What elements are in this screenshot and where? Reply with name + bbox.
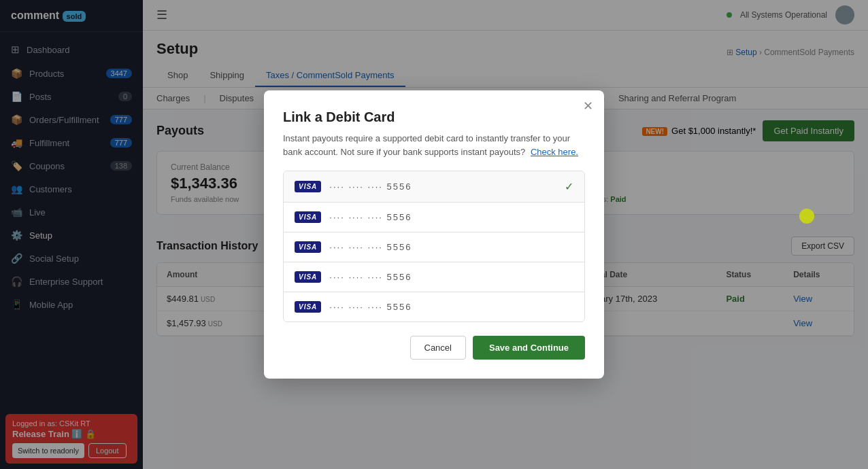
card-mask-4: ···· ···· ···· 5556 xyxy=(329,272,573,282)
modal-overlay[interactable]: ✕ Link a Debit Card Instant payouts requ… xyxy=(0,0,868,469)
modal-close-button[interactable]: ✕ xyxy=(583,100,593,112)
check-here-link[interactable]: Check here. xyxy=(531,147,578,157)
card-mask-5: ···· ···· ···· 5556 xyxy=(329,302,573,312)
card-mask-2: ···· ···· ···· 5556 xyxy=(329,212,573,222)
card-mask-3: ···· ···· ···· 5556 xyxy=(329,242,573,252)
modal-actions: Cancel Save and Continue xyxy=(283,336,585,360)
visa-logo-3: VISA xyxy=(295,241,321,253)
card-item-2[interactable]: VISA ···· ···· ···· 5556 xyxy=(284,203,584,232)
save-continue-button[interactable]: Save and Continue xyxy=(473,336,585,360)
visa-logo-5: VISA xyxy=(295,301,321,313)
visa-logo-1: VISA xyxy=(295,181,321,192)
cancel-button[interactable]: Cancel xyxy=(410,336,466,360)
card-check-icon-1: ✓ xyxy=(565,180,573,193)
modal-description: Instant payouts require a supported debi… xyxy=(283,132,585,158)
visa-logo-2: VISA xyxy=(295,211,321,223)
card-item-4[interactable]: VISA ···· ···· ···· 5556 xyxy=(284,262,584,292)
card-item-1[interactable]: VISA ···· ···· ···· 5556 ✓ xyxy=(284,171,584,203)
card-item-5[interactable]: VISA ···· ···· ···· 5556 xyxy=(284,292,584,322)
link-debit-card-modal: ✕ Link a Debit Card Instant payouts requ… xyxy=(264,90,604,379)
card-mask-1: ···· ···· ···· 5556 xyxy=(329,181,565,192)
card-item-3[interactable]: VISA ···· ···· ···· 5556 xyxy=(284,232,584,262)
modal-title: Link a Debit Card xyxy=(283,109,585,125)
card-list: VISA ···· ···· ···· 5556 ✓ VISA ···· ···… xyxy=(283,171,585,322)
visa-logo-4: VISA xyxy=(295,271,321,283)
